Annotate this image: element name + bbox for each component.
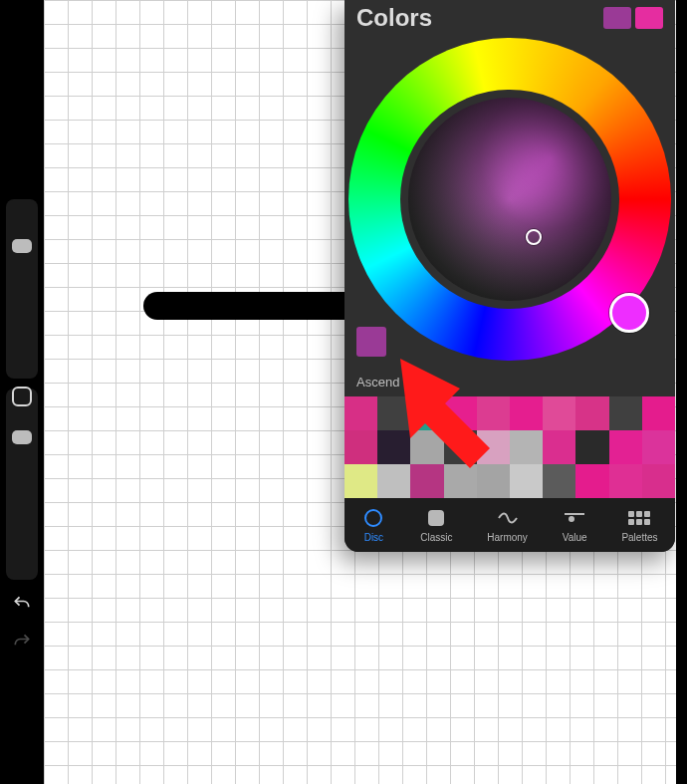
harmony-icon	[496, 507, 520, 529]
tab-value[interactable]: Value	[563, 507, 587, 543]
redo-icon	[12, 632, 32, 652]
palette-swatch[interactable]	[642, 396, 675, 430]
palette-swatch[interactable]	[609, 396, 642, 430]
palette-name-label: Ascend	[356, 375, 399, 390]
tab-label: Palettes	[621, 532, 657, 543]
palette-swatch[interactable]	[444, 464, 477, 498]
disc-icon	[361, 507, 385, 529]
slider-thumb[interactable]	[12, 239, 32, 253]
opacity-slider[interactable]	[6, 389, 38, 580]
tab-classic[interactable]: Classic	[420, 507, 452, 543]
saturation-value-disc[interactable]	[408, 98, 611, 301]
palette-swatch[interactable]	[575, 464, 608, 498]
palette-swatch[interactable]	[543, 464, 575, 498]
current-color-swatches[interactable]	[603, 7, 663, 29]
palette-swatch[interactable]	[543, 430, 575, 464]
palette-swatch[interactable]	[410, 430, 443, 464]
tab-harmony[interactable]: Harmony	[487, 507, 528, 543]
palette-swatch[interactable]	[477, 396, 510, 430]
color-wheel[interactable]	[348, 38, 671, 361]
palette-swatch[interactable]	[344, 396, 377, 430]
palette-swatch[interactable]	[344, 464, 377, 498]
palette-swatch[interactable]	[510, 430, 543, 464]
slider-thumb[interactable]	[12, 430, 32, 444]
palette-swatch[interactable]	[377, 396, 410, 430]
left-sidebar	[0, 0, 44, 784]
palette-swatch[interactable]	[543, 396, 575, 430]
brush-size-slider[interactable]	[6, 199, 38, 379]
palette-swatch[interactable]	[344, 430, 377, 464]
undo-icon	[12, 594, 32, 614]
undo-button[interactable]	[0, 588, 44, 620]
tab-disc[interactable]: Disc	[361, 507, 385, 543]
primary-color-swatch[interactable]	[635, 7, 663, 29]
palette-swatch[interactable]	[444, 396, 477, 430]
palette-swatch[interactable]	[444, 430, 477, 464]
tab-label: Value	[563, 532, 587, 543]
palette-swatch[interactable]	[609, 464, 642, 498]
colors-panel: Colors Ascend Disc Classic Harmo	[344, 0, 675, 552]
right-edge	[676, 0, 687, 784]
palette-swatch[interactable]	[510, 464, 543, 498]
panel-title: Colors	[356, 4, 432, 32]
tab-palettes[interactable]: Palettes	[621, 507, 657, 543]
palette-swatch[interactable]	[510, 396, 543, 430]
palette-swatch[interactable]	[477, 464, 510, 498]
color-panel-tabbar: Disc Classic Harmony Value Palettes	[344, 498, 675, 552]
modify-button[interactable]	[12, 387, 32, 406]
color-palette	[344, 396, 675, 498]
palette-grid-icon	[627, 507, 651, 529]
palette-swatch[interactable]	[575, 396, 608, 430]
tab-label: Harmony	[487, 532, 528, 543]
palette-swatch[interactable]	[642, 430, 675, 464]
tab-label: Classic	[420, 532, 452, 543]
secondary-color-swatch[interactable]	[603, 7, 631, 29]
palette-swatch[interactable]	[410, 396, 443, 430]
palette-swatch[interactable]	[575, 430, 608, 464]
classic-icon	[424, 507, 448, 529]
value-icon	[563, 507, 586, 529]
palette-swatch[interactable]	[410, 464, 443, 498]
palette-swatch[interactable]	[642, 464, 675, 498]
palette-swatch[interactable]	[477, 430, 510, 464]
palette-swatch[interactable]	[377, 464, 410, 498]
history-swatch[interactable]	[356, 327, 386, 357]
redo-button[interactable]	[0, 626, 44, 657]
tab-label: Disc	[364, 532, 383, 543]
sv-picker-handle[interactable]	[526, 229, 542, 245]
palette-swatch[interactable]	[609, 430, 642, 464]
palette-swatch[interactable]	[377, 430, 410, 464]
hue-picker-handle[interactable]	[609, 293, 649, 333]
